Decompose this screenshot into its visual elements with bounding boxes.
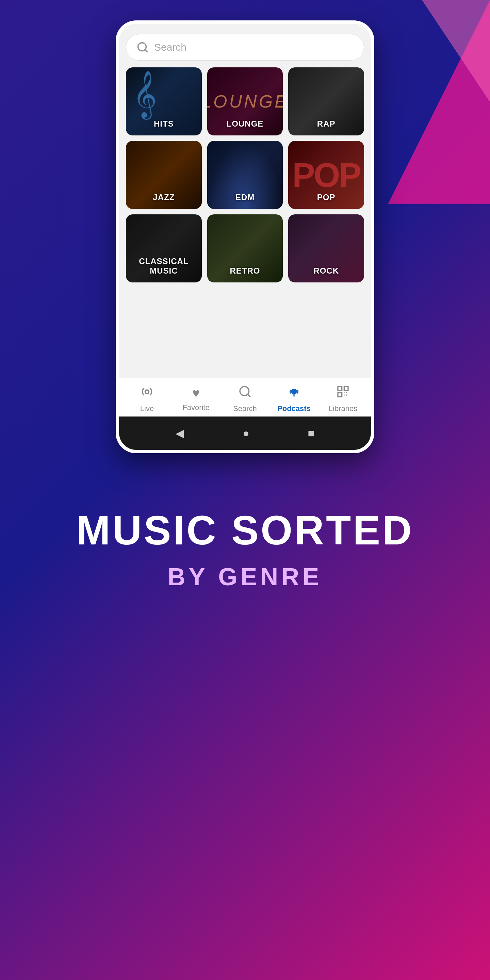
marketing-title: MUSIC SORTED	[76, 508, 414, 553]
genre-card-edm[interactable]: EDM	[207, 141, 283, 209]
nav-label-search: Search	[233, 404, 257, 413]
nav-label-favorite: Favorite	[182, 403, 209, 412]
nav-label-libraries: Libraries	[329, 404, 357, 413]
svg-rect-8	[338, 387, 342, 391]
search-nav-icon	[238, 385, 252, 401]
nav-item-podcasts[interactable]: Podcasts	[274, 385, 314, 413]
lounge-deco: LOUNGE	[207, 91, 283, 111]
genre-card-classical[interactable]: CLASSICAL MUSIC	[126, 215, 202, 282]
heart-icon: ♥	[192, 386, 200, 401]
nav-item-favorite[interactable]: ♥ Favorite	[176, 386, 216, 412]
genre-label-rap: RAP	[317, 119, 336, 135]
genre-card-pop[interactable]: POP POP	[288, 141, 364, 209]
phone-frame: Search 𝄞 HITS LOUNGE LOUNGE RA	[116, 21, 374, 453]
genre-label-lounge: LOUNGE	[227, 119, 264, 135]
empty-content-area	[119, 289, 371, 378]
genre-label-jazz: JAZZ	[153, 192, 175, 209]
genre-card-rap[interactable]: RAP	[288, 67, 364, 135]
marketing-subtitle: BY GENRE	[168, 563, 323, 591]
live-icon	[140, 385, 154, 401]
genre-label-rock: ROCK	[313, 266, 339, 282]
genre-card-jazz[interactable]: JAZZ	[126, 141, 202, 209]
phone-screen: Search 𝄞 HITS LOUNGE LOUNGE RA	[119, 24, 371, 450]
nav-item-search[interactable]: Search	[224, 385, 266, 413]
search-icon	[137, 41, 149, 53]
pop-deco: POP	[292, 156, 360, 195]
podcast-icon	[287, 385, 301, 401]
nav-label-live: Live	[140, 404, 154, 413]
nav-item-live[interactable]: Live	[127, 385, 167, 413]
genre-card-retro[interactable]: RETRO	[207, 215, 283, 282]
android-recent[interactable]: ■	[308, 427, 314, 440]
svg-line-4	[248, 395, 250, 397]
nav-item-libraries[interactable]: Libraries	[323, 385, 363, 413]
svg-line-1	[145, 50, 147, 52]
android-nav-bar: ◀ ● ■	[119, 417, 371, 450]
genre-grid: 𝄞 HITS LOUNGE LOUNGE RAP JAZZ	[119, 67, 371, 289]
svg-rect-10	[338, 393, 342, 397]
nav-label-podcasts: Podcasts	[277, 404, 311, 413]
genre-label-pop: POP	[317, 192, 336, 209]
search-placeholder: Search	[154, 41, 353, 53]
marketing-section: MUSIC SORTED BY GENRE	[0, 453, 490, 618]
android-back[interactable]: ◀	[176, 427, 184, 440]
genre-label-hits: HITS	[154, 119, 174, 135]
genre-card-hits[interactable]: 𝄞 HITS	[126, 67, 202, 135]
libraries-icon	[336, 385, 350, 401]
genre-label-classical: CLASSICAL MUSIC	[126, 256, 202, 282]
hits-deco: 𝄞	[133, 71, 157, 118]
genre-label-retro: RETRO	[230, 266, 260, 282]
search-bar[interactable]: Search	[126, 34, 364, 60]
svg-rect-9	[344, 387, 348, 391]
genre-card-rock[interactable]: ROCK	[288, 215, 364, 282]
genre-card-lounge[interactable]: LOUNGE LOUNGE	[207, 67, 283, 135]
genre-label-edm: EDM	[235, 192, 255, 209]
android-home[interactable]: ●	[243, 427, 249, 440]
bottom-nav: Live ♥ Favorite Search	[119, 378, 371, 417]
